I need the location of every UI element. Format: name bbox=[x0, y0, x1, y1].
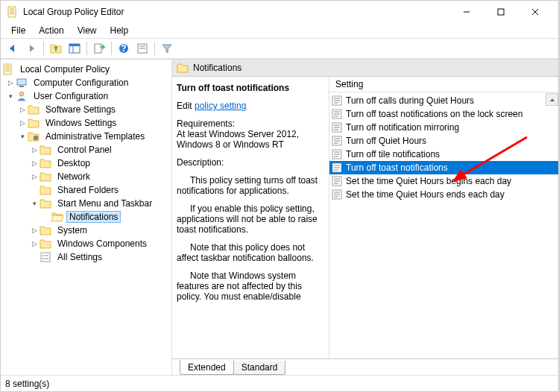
policy-icon bbox=[331, 162, 343, 174]
computer-icon bbox=[16, 77, 28, 89]
expand-toggle[interactable]: ▷ bbox=[17, 104, 28, 115]
collapse-toggle[interactable]: ▾ bbox=[5, 91, 16, 101]
list-item-label: Turn off Quiet Hours bbox=[344, 136, 428, 146]
tab-standard[interactable]: Standard bbox=[233, 361, 286, 375]
export-button[interactable] bbox=[90, 39, 108, 57]
settings-list[interactable]: Turn off calls during Quiet HoursTurn of… bbox=[329, 92, 558, 358]
menu-view[interactable]: View bbox=[72, 24, 103, 37]
scroll-up-button[interactable] bbox=[546, 93, 558, 106]
folder-icon bbox=[40, 144, 51, 156]
right-pane: Notifications Turn off toast notificatio… bbox=[172, 60, 558, 375]
close-button[interactable] bbox=[518, 1, 552, 23]
tree-notifications[interactable]: Notifications bbox=[1, 210, 171, 224]
forward-button[interactable] bbox=[22, 39, 40, 57]
folder-icon bbox=[28, 104, 40, 116]
policy-icon bbox=[331, 108, 343, 120]
policy-icon bbox=[331, 189, 343, 200]
window-title: Local Group Policy Editor bbox=[23, 7, 449, 17]
tree-sf[interactable]: Shared Folders bbox=[1, 183, 171, 197]
tree-all[interactable]: All Settings bbox=[1, 250, 171, 264]
description-label: Description: bbox=[177, 157, 321, 168]
list-item[interactable]: Turn off notification mirroring bbox=[329, 121, 558, 134]
tree-smt[interactable]: ▾Start Menu and Taskbar bbox=[1, 197, 171, 210]
tree-cp[interactable]: ▷Control Panel bbox=[1, 143, 171, 157]
content-header-label: Notifications bbox=[193, 63, 241, 73]
collapse-toggle[interactable]: ▾ bbox=[17, 131, 28, 142]
list-item-label: Set the time Quiet Hours ends each day bbox=[344, 189, 506, 200]
list-item-label: Set the time Quiet Hours begins each day bbox=[344, 176, 513, 186]
properties-button[interactable] bbox=[133, 39, 151, 57]
edit-prefix: Edit bbox=[177, 101, 195, 111]
minimize-button[interactable] bbox=[449, 1, 484, 23]
user-icon bbox=[16, 90, 28, 102]
list-column-header[interactable]: Setting bbox=[329, 77, 558, 92]
app-icon bbox=[7, 6, 19, 18]
title-bar: Local Group Policy Editor bbox=[1, 1, 558, 23]
list-item[interactable]: Turn off Quiet Hours bbox=[329, 134, 558, 148]
detail-title: Turn off toast notifications bbox=[177, 83, 321, 93]
svg-rect-18 bbox=[498, 9, 504, 15]
tree-root[interactable]: Local Computer Policy bbox=[1, 63, 171, 76]
svg-text:?: ? bbox=[121, 43, 126, 54]
back-button[interactable] bbox=[4, 39, 22, 57]
description-body: This policy setting turns off toast noti… bbox=[177, 175, 321, 353]
toolbar: ? bbox=[1, 38, 558, 59]
policy-icon bbox=[331, 148, 343, 160]
detail-panel: Turn off toast notifications Edit policy… bbox=[172, 77, 329, 358]
expand-toggle[interactable]: ▷ bbox=[29, 238, 40, 249]
folder-icon bbox=[28, 117, 40, 129]
expand-toggle[interactable]: ▷ bbox=[29, 145, 40, 155]
list-item[interactable]: Turn off tile notifications bbox=[329, 148, 558, 161]
list-item[interactable]: Turn off toast notifications on the lock… bbox=[329, 107, 558, 121]
tree-nw[interactable]: ▷Network bbox=[1, 170, 171, 183]
gpedit-icon bbox=[2, 63, 14, 75]
menu-action[interactable]: Action bbox=[33, 24, 69, 37]
filter-button[interactable] bbox=[158, 39, 176, 57]
maximize-button[interactable] bbox=[484, 1, 518, 23]
requirements-text-2: Windows 8 or Windows RT bbox=[177, 139, 321, 150]
list-item[interactable]: Turn off toast notifications bbox=[329, 161, 558, 174]
expand-toggle[interactable]: ▷ bbox=[29, 171, 40, 182]
policy-icon bbox=[331, 95, 343, 107]
folder-icon bbox=[40, 238, 51, 250]
tree-uc[interactable]: ▾User Configuration bbox=[1, 89, 171, 103]
tree-system[interactable]: ▷System bbox=[1, 224, 171, 237]
show-hide-tree-button[interactable] bbox=[66, 39, 83, 57]
tree-cc[interactable]: ▷Computer Configuration bbox=[1, 76, 171, 89]
menu-bar: File Action View Help bbox=[1, 23, 558, 38]
menu-help[interactable]: Help bbox=[104, 24, 135, 37]
expand-toggle[interactable]: ▷ bbox=[29, 225, 40, 235]
policy-icon bbox=[331, 175, 343, 187]
menu-file[interactable]: File bbox=[5, 24, 31, 37]
list-item-label: Turn off calls during Quiet Hours bbox=[344, 95, 476, 106]
tree-at[interactable]: ▾Administrative Templates bbox=[1, 130, 171, 143]
list-item-label: Turn off notification mirroring bbox=[344, 122, 461, 133]
help-button[interactable]: ? bbox=[115, 39, 133, 57]
tree-dt[interactable]: ▷Desktop bbox=[1, 157, 171, 170]
folder-icon bbox=[40, 224, 51, 236]
policy-icon bbox=[331, 135, 343, 147]
folder-icon bbox=[177, 62, 189, 74]
list-item[interactable]: Turn off calls during Quiet Hours bbox=[329, 94, 558, 107]
expand-toggle[interactable]: ▷ bbox=[17, 118, 28, 128]
collapse-toggle[interactable]: ▾ bbox=[29, 198, 40, 209]
expand-toggle[interactable]: ▷ bbox=[5, 78, 16, 88]
folder-icon bbox=[40, 157, 51, 169]
tree-ss[interactable]: ▷Software Settings bbox=[1, 103, 171, 116]
expand-toggle[interactable]: ▷ bbox=[29, 158, 40, 168]
list-item[interactable]: Set the time Quiet Hours ends each day bbox=[329, 188, 558, 201]
tab-strip: Extended Standard bbox=[172, 358, 558, 375]
main-area: Local Computer Policy ▷Computer Configur… bbox=[1, 59, 558, 375]
edit-policy-link[interactable]: policy setting bbox=[195, 101, 246, 111]
tree-wc[interactable]: ▷Windows Components bbox=[1, 237, 171, 250]
content-header: Notifications bbox=[172, 60, 558, 77]
folder-open-icon bbox=[51, 211, 63, 223]
tab-extended[interactable]: Extended bbox=[180, 360, 234, 375]
folder-icon bbox=[40, 184, 51, 196]
tree-pane[interactable]: Local Computer Policy ▷Computer Configur… bbox=[1, 60, 172, 375]
list-item[interactable]: Set the time Quiet Hours begins each day bbox=[329, 174, 558, 188]
settings-list-panel: Setting Turn off calls during Quiet Hour… bbox=[329, 77, 558, 358]
up-button[interactable] bbox=[47, 39, 65, 57]
tree-ws[interactable]: ▷Windows Settings bbox=[1, 116, 171, 130]
svg-rect-24 bbox=[95, 44, 101, 53]
